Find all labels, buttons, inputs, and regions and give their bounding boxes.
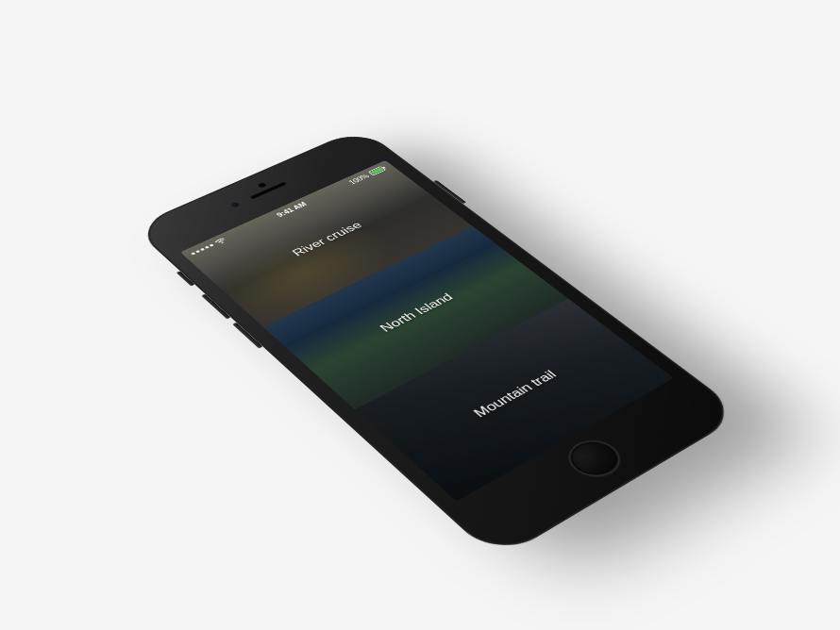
destination-list[interactable]: River cruise North Island Mountain trail <box>180 160 674 502</box>
home-button[interactable] <box>558 433 630 484</box>
phone-screen: 9:41 AM 100% River cruise <box>180 160 674 502</box>
card-background-image <box>355 298 674 501</box>
front-camera <box>229 202 241 208</box>
card-title: Mountain trail <box>470 368 560 421</box>
phone-device-frame: 9:41 AM 100% River cruise <box>132 127 744 560</box>
list-item-mountain-trail[interactable]: Mountain trail <box>355 298 674 501</box>
wifi-icon <box>214 238 227 245</box>
earpiece-speaker <box>250 182 288 200</box>
proximity-sensor <box>258 182 267 188</box>
svg-rect-1 <box>370 167 383 174</box>
